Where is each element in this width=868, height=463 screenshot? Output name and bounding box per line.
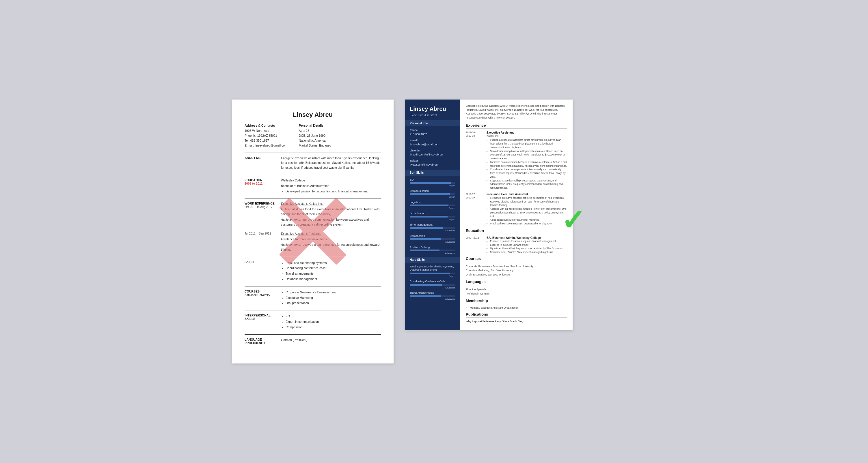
exp-title: Freelance Executive Assistant — [487, 193, 567, 196]
languages-title: Languages — [466, 279, 567, 285]
course-right-item: Oral Presentation, San Jose University — [466, 273, 567, 277]
work2-period: Jul 2012 – Sep 2012 — [245, 231, 276, 253]
edu-bullet: Excelled in business law and ethics. — [490, 243, 564, 247]
language-section: LANGUAGE PROFICIENCY German (Proficient) — [245, 337, 381, 345]
exp-bullet: Freelance executive assistant for three … — [490, 196, 567, 207]
exp-date: 2012-07 - 2012-09 — [466, 193, 483, 226]
language-value: German (Proficient) — [281, 337, 381, 342]
exp-bullet: Tasked with saving time for all top-leve… — [490, 150, 567, 160]
skill-level: Expert — [410, 207, 455, 209]
twitter-item: Twitter twitter.com/linseyabreu — [405, 159, 460, 169]
tel: Tel: 415-350-1837 — [245, 138, 287, 143]
soft-skills-bars: EQ Expert Communication Expert Logistics… — [405, 178, 460, 257]
publication-item: Why Impossible Means Lazy, Steve Blank B… — [466, 320, 567, 323]
about-section: ABOUT ME Energetic executive assistant w… — [245, 156, 381, 171]
skill-bar-bg — [410, 193, 455, 195]
hard-skill-item: Travel Arrangements Advanced — [405, 291, 460, 303]
edu-date: 2009 - 2012 — [466, 236, 483, 254]
soft-skill-item: EQ Expert — [405, 178, 460, 189]
work2-content: Executive Assistant, freelance Freelance… — [281, 231, 381, 253]
summary: Energetic executive assistant with 5+ ye… — [466, 104, 567, 120]
language-label: LANGUAGE PROFICIENCY — [245, 337, 276, 345]
hard-skill-name: Email Systems, File-Sharing Systems, Dat… — [410, 265, 455, 272]
skill-bar-fill — [410, 193, 450, 195]
address: 1905 W North Ave — [245, 128, 287, 133]
membership-item: Member, Executive Assistant Organization… — [470, 306, 567, 309]
language-right-item: Proficient in German — [466, 292, 567, 296]
exp-bullet: Coordinated travel arrangements, interna… — [490, 168, 567, 178]
skill-item: Coordinating conference calls — [286, 266, 381, 271]
skill-bar-fill — [410, 204, 448, 206]
skills-content: Email and file-sharing systemsCoordinati… — [281, 260, 381, 282]
soft-skill-item: Problem Solving Advanced — [405, 245, 460, 257]
course-right-item: Executive Marketing, San Jose University — [466, 268, 567, 272]
soft-skill-item: Logistics Expert — [405, 200, 460, 212]
hard-skill-item: Coordinating Conference Calls Advanced — [405, 280, 460, 291]
skill-item: Email and file-sharing systems — [286, 261, 381, 265]
exp-bullet: Fulfilled all executive assistant duties… — [490, 138, 567, 149]
courses-title: Courses — [466, 257, 567, 262]
course-item: Executive Marketing — [286, 295, 381, 300]
soft-skill-item: Communication Expert — [405, 189, 460, 200]
edu-bullet: Board member, Punch's Alley student-mana… — [490, 251, 564, 254]
divider-8 — [245, 349, 381, 349]
divider-4 — [245, 257, 381, 257]
work-label: WORK EXPERIENCE Oct 2012 to Aug 2017 — [245, 201, 276, 227]
language-right-item: Fluent in Spanish — [466, 287, 567, 291]
work2-section: Jul 2012 – Sep 2012 Executive Assistant,… — [245, 231, 381, 253]
edu-content: BA, Business Admin, Wellesley College Pu… — [487, 236, 564, 254]
right-title: Executive Assistant — [405, 113, 460, 120]
linkedin-value: linkedin.com/in/linseyabreu — [410, 153, 455, 156]
exp-title: Executive Assistant — [487, 131, 567, 134]
membership-list: Member, Executive Assistant Organization… — [466, 306, 567, 309]
skill-name: Problem Solving — [410, 245, 455, 249]
skills-list: Email and file-sharing systemsCoordinati… — [281, 261, 381, 282]
edu-bullet: My article, 'Know What they Want' was re… — [490, 246, 564, 251]
skill-bar-fill — [410, 250, 439, 251]
resume-left: Linsey Abreu Address & Contacts 1905 W N… — [232, 100, 394, 363]
skill-name: Logistics — [410, 200, 455, 204]
divider-7 — [245, 334, 381, 335]
phone-label: Phone — [410, 129, 455, 132]
skill-bar-fill — [410, 273, 450, 274]
interpersonal-item: Expert in communication — [286, 319, 381, 324]
work1-desc: Fulfilled all duties for 4 top executive… — [281, 207, 381, 217]
soft-skill-item: Organization Expert — [405, 212, 460, 223]
interpersonal-item: Compassion — [286, 325, 381, 330]
interpersonal-list: EQExpert in communicationCompassion — [281, 314, 381, 329]
linkedin-label: LinkedIn — [410, 149, 455, 152]
work2-ach-label: Achievements: — [281, 243, 301, 246]
skill-bar-bg — [410, 216, 455, 218]
education-year: 2009 to 2012 — [245, 182, 262, 185]
soft-skill-item: Time Management Advanced — [405, 223, 460, 234]
skill-item: Database management — [286, 277, 381, 282]
hard-skill-name: Coordinating Conference Calls — [410, 280, 455, 283]
dob: DOB: 25 June 1990 — [299, 133, 331, 138]
course-item: Oral presentation — [286, 301, 381, 305]
skill-level: Advanced — [410, 252, 455, 255]
address-label: Address & Contacts — [245, 124, 287, 127]
phone-item: Phone 415-350-1837 — [405, 129, 460, 139]
edu-title: BA, Business Admin, Wellesley College — [487, 236, 564, 239]
skill-bar-bg — [410, 227, 455, 229]
exp-bullet: Aided executives with preparing for meet… — [490, 218, 567, 222]
left-personal-col: Personal Details Age: 27 DOB: 25 June 19… — [299, 124, 331, 148]
skill-bar-fill — [410, 216, 447, 218]
education-title: Education — [466, 229, 567, 234]
courses-label: COURSES San Jose University — [245, 289, 276, 306]
education-item: 2009 - 2012 BA, Business Admin, Wellesle… — [466, 236, 567, 254]
exp-bullet: Improved communication between executive… — [490, 160, 567, 168]
membership-title: Membership — [466, 299, 567, 304]
email-value: linseyabreu@gmail.com — [410, 142, 455, 146]
soft-skills-title: Soft Skills — [405, 170, 460, 176]
skill-name: Time Management — [410, 223, 455, 226]
skill-bar-fill — [410, 284, 442, 286]
education-content: Wellesley College Bachelor of Business A… — [281, 178, 381, 194]
experience-title: Experience — [466, 123, 567, 129]
courses-section: COURSES San Jose University Corporate Go… — [245, 289, 381, 306]
divider-6 — [245, 310, 381, 310]
twitter-label: Twitter — [410, 159, 455, 162]
courses-right: Corporate Governance Business Law, San J… — [466, 264, 567, 277]
about-label: ABOUT ME — [245, 156, 276, 171]
skill-level: Expert — [410, 184, 455, 187]
